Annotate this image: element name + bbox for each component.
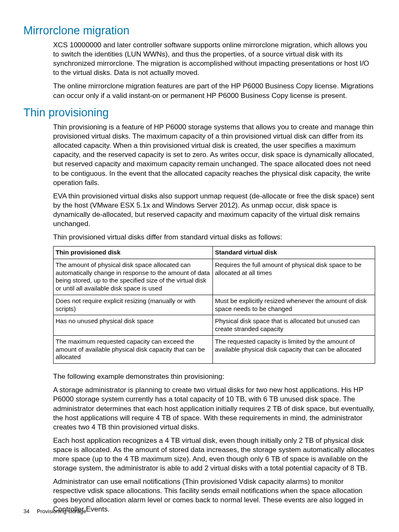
section2-para2: EVA thin provisioned virtual disks also … xyxy=(53,192,375,229)
table-row: The amount of physical disk space alloca… xyxy=(54,259,375,295)
table-row: The maximum requested capacity can excee… xyxy=(54,335,375,363)
section2-para7: Administrator can use email notification… xyxy=(53,477,375,514)
table-cell: Does not require explicit resizing (manu… xyxy=(54,295,213,315)
table-cell: Physical disk space that is allocated bu… xyxy=(213,315,375,336)
heading-mirrorclone: Mirrorclone migration xyxy=(0,23,399,38)
table-cell: The requested capacity is limited by the… xyxy=(213,335,375,363)
table-header-row: Thin provisioned disk Standard virtual d… xyxy=(54,247,375,259)
section1-para2: The online mirrorclone migration feature… xyxy=(53,82,375,100)
section2-body: Thin provisioning is a feature of HP P60… xyxy=(53,123,375,242)
section-thin-provisioning: Thin provisioning Thin provisioning is a… xyxy=(0,105,399,519)
section2-body-continued: The following example demonstrates thin … xyxy=(53,372,375,514)
table-header-standard: Standard virtual disk xyxy=(213,247,375,259)
table-row: Does not require explicit resizing (manu… xyxy=(54,295,375,315)
table-header-thin: Thin provisioned disk xyxy=(54,247,213,259)
section2-para3: Thin provisioned virtual disks differ fr… xyxy=(53,233,375,242)
table-cell: The amount of physical disk space alloca… xyxy=(54,259,213,295)
table-row: Has no unused physical disk space Physic… xyxy=(54,315,375,336)
section2-para1: Thin provisioning is a feature of HP P60… xyxy=(53,123,375,188)
table-cell: Requires the full amount of physical dis… xyxy=(213,259,375,295)
table-cell: Has no unused physical disk space xyxy=(54,315,213,336)
section1-body: XCS 10000000 and later controller softwa… xyxy=(53,41,375,100)
section-mirrorclone: Mirrorclone migration XCS 10000000 and l… xyxy=(0,23,399,105)
page: Mirrorclone migration XCS 10000000 and l… xyxy=(0,0,399,532)
page-number: 34 xyxy=(23,508,29,514)
table-cell: Must be explicitly resized whenever the … xyxy=(213,295,375,315)
comparison-table: Thin provisioned disk Standard virtual d… xyxy=(53,246,375,364)
page-footer: 34 Provisioning storage xyxy=(23,508,86,515)
section2-para5: A storage administrator is planning to c… xyxy=(53,386,375,432)
section2-para4: The following example demonstrates thin … xyxy=(53,372,375,381)
heading-thin-provisioning: Thin provisioning xyxy=(0,105,399,120)
footer-section-name: Provisioning storage xyxy=(37,508,86,514)
section1-para1: XCS 10000000 and later controller softwa… xyxy=(53,41,375,77)
section2-para6: Each host application recognizes a 4 TB … xyxy=(53,436,375,473)
table-cell: The maximum requested capacity can excee… xyxy=(54,335,213,363)
